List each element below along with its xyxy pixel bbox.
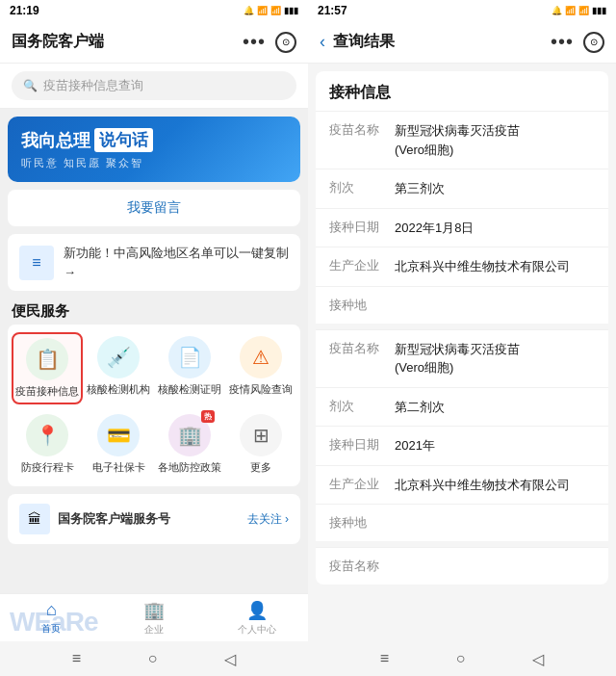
info-row-location-1: 接种地 [316, 286, 608, 324]
right-time: 21:57 [318, 4, 347, 17]
banner-sub: 听民意 知民愿 聚众智 [21, 156, 287, 170]
right-signal-icon: 📶 [578, 6, 589, 15]
service-label-travel: 防疫行程卡 [21, 460, 74, 475]
value-dose-2: 第二剂次 [395, 398, 595, 417]
left-time: 21:19 [10, 4, 39, 17]
travel-icon: 📍 [26, 414, 68, 456]
value-location-2 [395, 514, 595, 532]
label-dose-2: 剂次 [329, 398, 383, 417]
label-vaccine-name-3: 疫苗名称 [329, 558, 383, 575]
follow-text: 国务院客户端服务号 [58, 510, 240, 528]
home-icon: ⌂ [46, 600, 57, 620]
right-scroll-area: 接种信息 疫苗名称 新型冠状病毒灭活疫苗(Vero细胞) 剂次 第三剂次 接种日… [308, 64, 616, 641]
info-row-vaccine-name-3: 疫苗名称 [316, 547, 608, 585]
label-location-2: 接种地 [329, 514, 383, 532]
left-sys-nav: ≡ ○ ◁ [0, 641, 308, 676]
search-icon: 🔍 [23, 79, 38, 92]
value-vaccine-name-1: 新型冠状病毒灭活疫苗(Vero细胞) [395, 121, 595, 159]
search-inner[interactable]: 🔍 疫苗接种信息查询 [12, 71, 296, 100]
right-top-nav: ‹ 查询结果 ••• ⊙ [308, 21, 616, 64]
right-status-icons: 🔔 📶 📶 ▮▮▮ [552, 6, 606, 15]
notice-icon: ≡ [19, 246, 54, 280]
services-section-title: 便民服务 [0, 295, 308, 325]
social-icon: 💳 [97, 414, 140, 456]
info-row-manufacturer-2: 生产企业 北京科兴中维生物技术有限公司 [316, 465, 608, 505]
battery-icon: ▮▮▮ [284, 6, 298, 15]
value-manufacturer-1: 北京科兴中维生物技术有限公司 [395, 257, 595, 276]
value-date-2: 2021年 [395, 436, 595, 455]
search-bar[interactable]: 🔍 疫苗接种信息查询 [0, 64, 308, 109]
vaccination-section-title: 接种信息 [316, 71, 608, 111]
left-bottom-nav: ⌂ 首页 🏢 企业 👤 个人中心 [0, 593, 308, 641]
banner-main: 我向总理 说句话 [21, 128, 287, 152]
right-phone: 21:57 🔔 📶 📶 ▮▮▮ ‹ 查询结果 ••• ⊙ 接种信息 疫苗名称 新… [308, 0, 616, 676]
service-grid: 📋 疫苗接种信息 💉 核酸检测机构 📄 核酸检测证明 ⚠ 疫情风险查询 📍 防疫… [8, 325, 300, 486]
follow-card[interactable]: 🏛 国务院客户端服务号 去关注 › [8, 494, 300, 544]
service-item-nucleic-cert[interactable]: 📄 核酸检测证明 [154, 332, 225, 404]
right-wifi-icon: 📶 [565, 6, 576, 15]
follow-button[interactable]: 去关注 › [247, 511, 289, 528]
left-nav-title: 国务院客户端 [12, 32, 243, 52]
notice-card[interactable]: ≡ 新功能！中高风险地区名单可以一键复制→ [8, 234, 300, 291]
back-btn[interactable]: ◁ [224, 650, 236, 668]
label-vaccine-name-2: 疫苗名称 [329, 340, 383, 377]
message-button[interactable]: 我要留言 [8, 190, 300, 226]
menu-btn[interactable]: ≡ [72, 650, 81, 667]
vaccine-icon: 📋 [26, 338, 68, 380]
nav-profile[interactable]: 👤 个人中心 [205, 594, 308, 641]
service-item-social[interactable]: 💳 电子社保卡 [83, 410, 154, 479]
left-top-nav: 国务院客户端 ••• ⊙ [0, 21, 308, 64]
nav-home-label: 首页 [41, 622, 61, 636]
label-location-1: 接种地 [329, 297, 383, 314]
service-item-travel[interactable]: 📍 防疫行程卡 [12, 410, 83, 479]
service-label-more: 更多 [250, 460, 271, 475]
right-scan-button[interactable]: ⊙ [583, 32, 604, 53]
search-placeholder: 疫苗接种信息查询 [43, 77, 143, 94]
value-manufacturer-2: 北京科兴中维生物技术有限公司 [395, 476, 595, 495]
left-nav-dots[interactable]: ••• [243, 31, 266, 53]
info-row-date-1: 接种日期 2022年1月8日 [316, 208, 608, 247]
more-icon: ⊞ [240, 414, 282, 456]
label-date-2: 接种日期 [329, 436, 383, 455]
right-back-btn[interactable]: ◁ [532, 650, 544, 668]
service-item-more[interactable]: ⊞ 更多 [225, 410, 296, 479]
value-vaccine-name-2: 新型冠状病毒灭活疫苗(Vero细胞) [395, 340, 595, 377]
service-item-nucleic-org[interactable]: 💉 核酸检测机构 [83, 332, 154, 404]
home-btn[interactable]: ○ [148, 650, 158, 667]
service-label-social: 电子社保卡 [92, 460, 145, 475]
back-arrow[interactable]: ‹ [320, 32, 325, 52]
banner-prefix: 我向总理 [21, 129, 90, 152]
left-status-icons: 🔔 📶 📶 ▮▮▮ [244, 6, 298, 15]
left-status-bar: 21:19 🔔 📶 📶 ▮▮▮ [0, 0, 308, 21]
service-item-risk[interactable]: ⚠ 疫情风险查询 [225, 332, 296, 404]
alarm-icon: 🔔 [244, 6, 254, 15]
nav-home[interactable]: ⌂ 首页 [0, 594, 103, 641]
right-nav-dots[interactable]: ••• [551, 31, 574, 53]
service-item-vaccine[interactable]: 📋 疫苗接种信息 [12, 332, 83, 404]
nav-enterprise[interactable]: 🏢 企业 [103, 594, 206, 641]
value-date-1: 2022年1月8日 [395, 219, 595, 238]
scan-button[interactable]: ⊙ [275, 32, 296, 53]
right-menu-btn[interactable]: ≡ [380, 650, 389, 667]
info-row-dose-2: 剂次 第二剂次 [316, 387, 608, 427]
service-label-nucleic-cert: 核酸检测证明 [158, 382, 221, 397]
right-alarm-icon: 🔔 [552, 6, 562, 15]
service-icon: ≡ [32, 254, 40, 272]
right-home-btn[interactable]: ○ [456, 650, 466, 667]
risk-icon: ⚠ [240, 336, 282, 378]
info-row-vaccine-name-1: 疫苗名称 新型冠状病毒灭活疫苗(Vero细胞) [316, 111, 608, 169]
value-location-1 [395, 297, 595, 314]
service-item-policy[interactable]: 🏢 热 各地防控政策 [154, 410, 225, 479]
banner[interactable]: 我向总理 说句话 听民意 知民愿 聚众智 [8, 117, 300, 182]
signal-icon: 📶 [270, 6, 281, 15]
hot-badge: 热 [201, 410, 215, 423]
label-manufacturer-2: 生产企业 [329, 476, 383, 495]
service-label-risk: 疫情风险查询 [229, 382, 293, 397]
left-scroll-area: 我向总理 说句话 听民意 知民愿 聚众智 我要留言 ≡ 新功能！中高风险地区名单… [0, 109, 308, 593]
info-row-date-2: 接种日期 2021年 [316, 426, 608, 465]
vaccination-info-card: 接种信息 疫苗名称 新型冠状病毒灭活疫苗(Vero细胞) 剂次 第三剂次 接种日… [316, 71, 608, 585]
service-label-vaccine: 疫苗接种信息 [15, 384, 79, 399]
nav-enterprise-label: 企业 [144, 623, 164, 637]
right-nav-title: 查询结果 [333, 32, 551, 52]
nucleic-cert-icon: 📄 [168, 336, 211, 378]
